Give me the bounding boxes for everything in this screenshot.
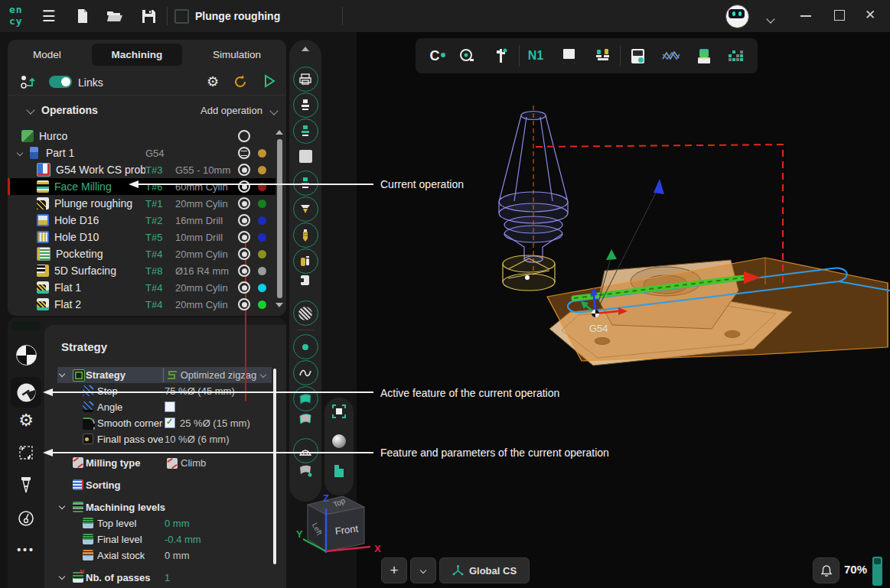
output-radio[interactable] (238, 214, 250, 226)
hatch-region-button[interactable] (289, 300, 321, 326)
operation-row[interactable]: Flat 1 T#4 20mm Cylin (8, 279, 275, 296)
tab-machining[interactable]: Machining (92, 44, 183, 66)
recalculate-icon[interactable] (233, 74, 248, 93)
final-pass-row[interactable]: Finall pass over 10 %Ø (6 mm) (44, 431, 286, 447)
passes-row[interactable]: Nb. of passes 1 (44, 570, 286, 586)
links-toggle[interactable] (49, 76, 72, 88)
scroll-down-icon[interactable] (275, 303, 283, 307)
run-simulation-icon[interactable] (262, 74, 276, 91)
workpiece-button[interactable] (289, 119, 321, 144)
surface-button[interactable] (289, 386, 321, 411)
operation-row[interactable]: Flat 2 T#4 20mm Cylin (8, 296, 275, 313)
collapse-icon[interactable] (26, 106, 34, 114)
global-cs-button[interactable]: Global CS (439, 557, 530, 583)
output-radio[interactable] (238, 231, 250, 243)
maximize-button[interactable] (834, 10, 845, 21)
zoom-slider[interactable] (872, 557, 882, 586)
scroll-up-icon[interactable] (289, 47, 321, 51)
viewport-3d[interactable]: C N1 (357, 32, 890, 588)
output-radio[interactable] (238, 147, 250, 159)
chevron-down-icon[interactable] (18, 151, 27, 155)
scene-3d[interactable]: G54 (357, 32, 890, 588)
new-document-icon[interactable] (73, 7, 92, 25)
panel-handle[interactable] (11, 321, 41, 330)
point-button[interactable] (289, 334, 321, 359)
operation-row-selected[interactable]: Face Milling T#6 60mm Cylin (8, 178, 275, 195)
workpiece-box-button[interactable] (289, 274, 321, 288)
output-radio[interactable] (238, 265, 250, 277)
scroll-up-icon[interactable] (275, 130, 283, 135)
solid-body-icon[interactable] (324, 465, 354, 477)
output-radio[interactable] (238, 180, 250, 193)
machining-levels-row[interactable]: Machining levels (44, 499, 286, 515)
tab-model[interactable]: Model (13, 44, 81, 66)
operation-row[interactable]: Hole D10 T#5 10mm Drill (8, 229, 275, 245)
workpiece-category-icon[interactable] (8, 345, 44, 365)
output-radio[interactable] (238, 298, 250, 310)
sphere-icon[interactable] (324, 434, 354, 448)
operation-row[interactable]: Hole D16 T#2 16mm Drill (8, 212, 275, 229)
assistant-dropdown-icon[interactable] (768, 11, 774, 25)
output-radio[interactable] (238, 164, 250, 176)
milling-type-row[interactable]: Milling type Climb (44, 455, 286, 471)
hole-icon (37, 214, 49, 226)
smooth-corners-row[interactable]: Smooth corners 25 %Ø (15 mm) (44, 415, 286, 431)
settings-category-icon[interactable]: ⚙ (8, 411, 44, 430)
output-radio[interactable] (238, 130, 250, 142)
main-menu-icon[interactable]: ☰ (40, 7, 58, 25)
chevron-down-icon[interactable] (59, 573, 65, 580)
open-folder-icon[interactable] (106, 7, 124, 25)
strategy-scrollbar[interactable] (273, 369, 276, 564)
tool-category-icon[interactable] (8, 476, 44, 494)
tab-simulation[interactable]: Simulation (193, 44, 281, 66)
add-operation-button[interactable]: Add operation (200, 105, 262, 116)
operation-row-part[interactable]: Part 1 G54 (8, 145, 275, 161)
chevron-down-icon[interactable] (59, 503, 65, 509)
operations-header: Operations Add operation (8, 99, 286, 122)
drill-button[interactable] (289, 223, 321, 248)
fixture-button[interactable] (289, 93, 321, 118)
output-radio[interactable] (238, 281, 250, 294)
operations-scrollbar[interactable] (277, 139, 282, 298)
angle-row[interactable]: Angle (44, 399, 286, 415)
stock-button[interactable] (289, 150, 321, 163)
operation-row[interactable]: Plunge roughing T#1 20mm Cylin (8, 195, 275, 212)
fit-selection-icon[interactable] (324, 404, 354, 419)
annotation-current-operation: Current operation (380, 178, 464, 190)
surface-point-button[interactable] (289, 464, 321, 477)
operation-row[interactable]: 5D Surfacing T#8 Ø16 R4 mm (8, 262, 275, 279)
feeds-category-icon[interactable] (8, 510, 44, 527)
gear-icon[interactable]: ⚙ (207, 73, 219, 89)
curve-button[interactable] (289, 360, 321, 385)
top-level-row[interactable]: Top level 0 mm (44, 515, 286, 531)
output-radio[interactable] (238, 248, 250, 260)
tool-tip-button[interactable] (289, 197, 321, 222)
operation-row[interactable]: G54 Work CS probing T#3 G55 - 10mm (8, 161, 275, 178)
holder-button[interactable] (289, 249, 321, 274)
operation-row[interactable]: Pocketing T#4 20mm Cylin (8, 245, 275, 262)
selection-mini-toolbar (324, 398, 354, 495)
final-level-row[interactable]: Final level -0.4 mm (44, 531, 286, 547)
machine-button[interactable] (289, 67, 321, 92)
output-radio[interactable] (238, 197, 250, 210)
save-icon[interactable] (139, 7, 158, 25)
view-cube[interactable]: Top Left Front Z Y X (295, 492, 387, 567)
surface-gray-button[interactable] (289, 413, 321, 425)
cs-dropdown-button[interactable] (410, 557, 436, 583)
notifications-bell-button[interactable] (813, 557, 839, 583)
axial-stock-icon (83, 550, 93, 560)
strategy-category-icon[interactable] (8, 383, 44, 402)
angle-checkbox[interactable] (165, 401, 175, 412)
lead-moves-category-icon[interactable] (8, 444, 44, 461)
add-operation-dropdown-icon[interactable] (269, 106, 278, 115)
operation-row-machine[interactable]: Hurco (8, 128, 275, 145)
smooth-corners-checkbox[interactable] (165, 417, 175, 428)
minimize-button[interactable] (800, 15, 811, 17)
mesh-button[interactable] (289, 438, 321, 463)
sorting-row[interactable]: Sorting (44, 477, 286, 493)
strategy-group-row[interactable]: Strategy Optimized zigzag (44, 367, 286, 383)
close-button[interactable]: ✕ (865, 7, 875, 23)
more-categories-icon[interactable]: ••• (8, 544, 44, 556)
axial-stock-row[interactable]: Axial stock 0 mm (44, 547, 286, 564)
assistant-icon[interactable] (725, 5, 749, 28)
